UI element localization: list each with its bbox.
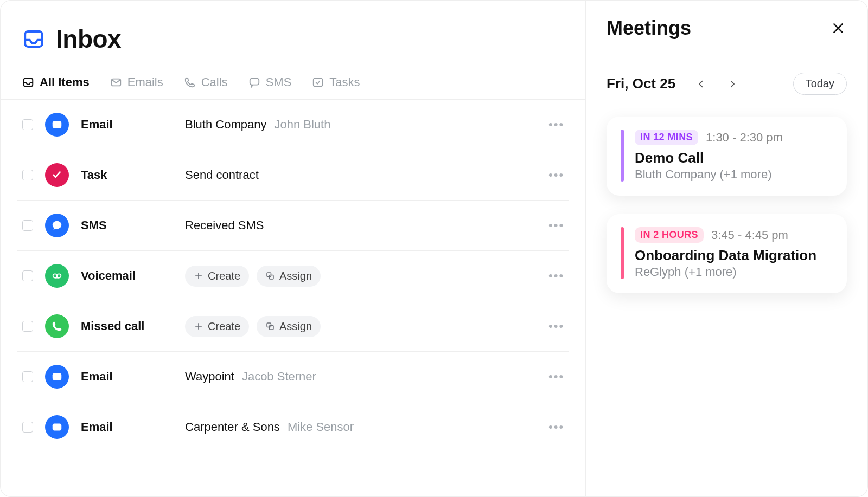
event-countdown-badge: IN 2 HOURS <box>635 227 704 243</box>
row-content: Create Assign <box>185 266 537 287</box>
event-time: 3:45 - 4:45 pm <box>711 228 788 242</box>
prev-day-button[interactable] <box>695 78 707 90</box>
inbox-row[interactable]: Task Send contract ••• <box>17 150 569 201</box>
tab-emails[interactable]: Emails <box>110 75 163 89</box>
pill-label: Create <box>208 320 240 333</box>
row-more-button[interactable]: ••• <box>548 118 564 132</box>
row-content: Create Assign <box>185 316 537 337</box>
event-time: 1:30 - 2:30 pm <box>706 131 783 145</box>
all-items-icon <box>22 76 34 88</box>
row-primary: Carpenter & Sons <box>185 420 280 434</box>
plus-icon <box>194 271 203 281</box>
inbox-row[interactable]: Email Bluth Company John Bluth ••• <box>17 100 569 150</box>
sms-icon <box>248 76 260 88</box>
row-checkbox[interactable] <box>22 170 33 180</box>
meetings-panel: Meetings Fri, Oct 25 Today IN 12 MINS 1:… <box>585 1 867 496</box>
event-countdown-badge: IN 12 MINS <box>635 130 698 145</box>
row-content: Carpenter & Sons Mike Sensor <box>185 420 537 434</box>
row-checkbox[interactable] <box>22 220 33 231</box>
row-type: Email <box>81 370 173 384</box>
tab-label: All Items <box>40 75 90 89</box>
row-primary: Send contract <box>185 168 259 182</box>
pill-label: Assign <box>279 270 312 282</box>
row-secondary: Mike Sensor <box>288 420 354 434</box>
task-check-icon <box>45 163 69 187</box>
row-type: Email <box>81 118 173 132</box>
event-accent <box>621 130 624 182</box>
inbox-row[interactable]: Email Carpenter & Sons Mike Sensor ••• <box>17 402 569 452</box>
assign-icon <box>265 321 275 331</box>
date-arrows <box>695 78 738 90</box>
event-subtitle: Bluth Company (+1 more) <box>635 167 833 182</box>
inbox-row[interactable]: Email Waypoint Jacob Sterner ••• <box>17 352 569 402</box>
page-title: Inbox <box>56 24 121 54</box>
tab-calls[interactable]: Calls <box>184 75 228 89</box>
tab-all-items[interactable]: All Items <box>22 75 90 89</box>
close-button[interactable] <box>829 20 847 37</box>
row-more-button[interactable]: ••• <box>548 269 564 283</box>
meeting-card[interactable]: IN 2 HOURS 3:45 - 4:45 pm Onboarding Dat… <box>607 214 847 293</box>
create-button[interactable]: Create <box>185 316 249 337</box>
tab-label: Emails <box>127 75 163 89</box>
meetings-list: IN 12 MINS 1:30 - 2:30 pm Demo Call Blut… <box>586 111 867 299</box>
row-type: Voicemail <box>81 269 173 283</box>
phone-fill-icon <box>45 314 69 338</box>
row-primary: Received SMS <box>185 218 264 233</box>
row-checkbox[interactable] <box>22 371 33 382</box>
pill-label: Assign <box>279 320 312 333</box>
today-button[interactable]: Today <box>793 73 847 95</box>
inbox-header: Inbox <box>1 1 585 56</box>
row-checkbox[interactable] <box>22 422 33 433</box>
row-type: Email <box>81 420 173 434</box>
tab-sms[interactable]: SMS <box>248 75 292 89</box>
inbox-row[interactable]: Missed call Create Assign ••• <box>17 301 569 352</box>
pill-label: Create <box>208 270 240 282</box>
row-checkbox[interactable] <box>22 270 33 281</box>
row-more-button[interactable]: ••• <box>548 168 564 182</box>
date-label: Fri, Oct 25 <box>607 75 675 92</box>
email-icon <box>45 415 69 439</box>
assign-icon <box>265 271 275 281</box>
plus-icon <box>194 321 203 331</box>
inbox-tabs: All Items Emails Calls SMS Tasks <box>1 56 585 100</box>
row-more-button[interactable]: ••• <box>548 420 564 434</box>
meetings-header: Meetings <box>586 1 867 56</box>
row-secondary: John Bluth <box>274 118 330 132</box>
event-subtitle: ReGlyph (+1 more) <box>635 265 833 279</box>
tab-label: Calls <box>201 75 228 89</box>
inbox-icon <box>22 28 45 50</box>
row-secondary: Jacob Sterner <box>242 370 316 384</box>
next-day-button[interactable] <box>726 78 738 90</box>
meetings-datebar: Fri, Oct 25 Today <box>586 56 867 111</box>
inbox-list: Email Bluth Company John Bluth ••• Task … <box>1 100 585 452</box>
create-button[interactable]: Create <box>185 266 249 287</box>
row-type: Task <box>81 168 173 182</box>
row-checkbox[interactable] <box>22 119 33 130</box>
task-icon <box>312 76 324 88</box>
row-content: Waypoint Jacob Sterner <box>185 370 537 384</box>
inbox-row[interactable]: Voicemail Create Assign ••• <box>17 251 569 301</box>
row-more-button[interactable]: ••• <box>548 218 564 233</box>
meeting-card[interactable]: IN 12 MINS 1:30 - 2:30 pm Demo Call Blut… <box>607 117 847 196</box>
row-type: SMS <box>81 218 173 233</box>
app-window: Inbox All Items Emails Calls SMS Tasks <box>0 0 868 497</box>
assign-button[interactable]: Assign <box>257 316 321 337</box>
voicemail-icon <box>45 264 69 288</box>
row-content: Send contract <box>185 168 537 182</box>
row-more-button[interactable]: ••• <box>548 370 564 384</box>
tab-label: Tasks <box>329 75 360 89</box>
event-body: IN 12 MINS 1:30 - 2:30 pm Demo Call Blut… <box>635 130 833 182</box>
event-title: Onboarding Data Migration <box>635 247 833 264</box>
row-content: Bluth Company John Bluth <box>185 118 537 132</box>
row-checkbox[interactable] <box>22 321 33 332</box>
row-primary: Waypoint <box>185 370 234 384</box>
email-icon <box>45 113 69 137</box>
assign-button[interactable]: Assign <box>257 266 321 287</box>
tab-label: SMS <box>266 75 292 89</box>
event-body: IN 2 HOURS 3:45 - 4:45 pm Onboarding Dat… <box>635 227 833 279</box>
inbox-row[interactable]: SMS Received SMS ••• <box>17 201 569 251</box>
tab-tasks[interactable]: Tasks <box>312 75 360 89</box>
chat-icon <box>45 214 69 237</box>
meetings-title: Meetings <box>607 17 691 40</box>
row-more-button[interactable]: ••• <box>548 319 564 333</box>
